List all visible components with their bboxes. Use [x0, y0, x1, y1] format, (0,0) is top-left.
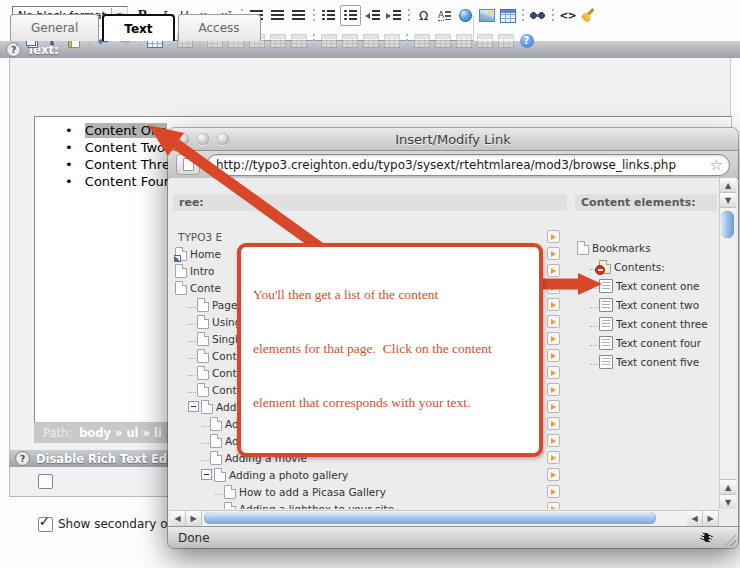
page-tree-item[interactable]: How to add a Picasa Gallery	[173, 483, 567, 500]
show-secondary-options-checkbox[interactable]: ✓	[38, 517, 53, 532]
cell-insert-after-button[interactable]	[454, 31, 473, 50]
column-delete-button[interactable]	[361, 31, 380, 50]
content-element-label[interactable]: Text conent two	[616, 299, 699, 311]
find-replace-button[interactable]	[528, 6, 547, 25]
collapse-icon[interactable]	[201, 469, 212, 480]
insert-link-button[interactable]	[456, 6, 475, 25]
cell-merge-button[interactable]	[496, 31, 515, 50]
tab-access[interactable]: Access	[178, 14, 261, 41]
path-value[interactable]: body » ul » li	[79, 426, 162, 440]
content-element-label[interactable]: Text conent one	[616, 280, 700, 292]
indent-button[interactable]	[384, 6, 403, 25]
content-element-label[interactable]: Text conent five	[616, 356, 699, 368]
column-split-button[interactable]	[319, 31, 338, 50]
content-element-item[interactable]: Text conent five	[575, 352, 717, 371]
jump-arrow-icon[interactable]	[547, 502, 560, 509]
abbreviation-button[interactable]	[435, 6, 454, 25]
jump-arrow-icon[interactable]	[547, 230, 560, 243]
page-tree-item[interactable]: Adding a photo gallery	[173, 466, 567, 483]
content-element-item[interactable]: Text conent three	[575, 314, 717, 333]
content-element-item[interactable]: Bookmarks	[575, 238, 717, 257]
jump-arrow-icon[interactable]	[547, 434, 560, 447]
zoom-button[interactable]	[217, 133, 229, 145]
jump-arrow-icon[interactable]	[547, 349, 560, 362]
clean-formatting-button[interactable]	[579, 6, 598, 25]
jump-arrow-icon[interactable]	[547, 366, 560, 379]
jump-arrow-icon[interactable]	[547, 417, 560, 430]
tree-item-label[interactable]: TYPO3 E	[178, 231, 222, 243]
resize-grip[interactable]	[723, 533, 736, 546]
scroll-up-icon[interactable]: ▲	[720, 178, 736, 193]
window-title-bar[interactable]: Insert/Modify Link	[168, 128, 738, 151]
column-insert-button[interactable]	[340, 31, 359, 50]
tree-item-label[interactable]: How to add a Picasa Gallery	[239, 486, 386, 498]
scroll-left-icon[interactable]: ◀	[170, 511, 186, 526]
jump-arrow-icon[interactable]	[547, 332, 560, 345]
scroll-right-icon[interactable]: ▶	[703, 511, 719, 526]
jump-arrow-icon[interactable]	[547, 281, 560, 294]
content-element-label[interactable]: Bookmarks	[592, 242, 651, 254]
cell-split-button[interactable]	[412, 31, 431, 50]
jump-arrow-icon[interactable]	[547, 400, 560, 413]
editor-item-text[interactable]: Content Four	[85, 174, 169, 189]
unordered-list-button[interactable]	[340, 5, 361, 26]
close-button[interactable]	[177, 133, 189, 145]
jump-arrow-icon[interactable]	[547, 468, 560, 481]
bookmark-star-icon[interactable]: ☆	[708, 156, 725, 174]
horizontal-scrollbar[interactable]: ◀ ▶ ◀ ▶	[170, 510, 719, 526]
jump-arrow-icon[interactable]	[547, 264, 560, 277]
jump-arrow-icon[interactable]	[547, 315, 560, 328]
ordered-list-button[interactable]	[319, 6, 338, 25]
editor-item-text[interactable]: Content Two	[85, 140, 165, 155]
jump-arrow-icon[interactable]	[547, 247, 560, 260]
tree-item-label[interactable]: Adding a photo gallery	[229, 469, 348, 481]
scroll-right-icon[interactable]: ▶	[186, 511, 202, 526]
favicon-button[interactable]	[176, 154, 200, 175]
row-delete-button[interactable]	[268, 31, 287, 50]
content-element-item[interactable]: Text conent two	[575, 295, 717, 314]
editor-item-text[interactable]: Content Three	[85, 157, 178, 172]
justify-center-button[interactable]	[268, 6, 287, 25]
tab-general[interactable]: General	[10, 14, 99, 41]
content-element-label[interactable]: Text conent four	[616, 337, 701, 349]
cell-delete-button[interactable]	[475, 31, 494, 50]
jump-arrow-icon[interactable]	[547, 383, 560, 396]
vertical-scrollbar[interactable]: ▲ ▼ ▲ ▼	[719, 178, 736, 509]
tree-item-label[interactable]: Intro	[190, 265, 214, 277]
horizontal-scroll-track[interactable]	[202, 511, 687, 526]
content-element-item[interactable]: Text conent four	[575, 333, 717, 352]
cell-insert-before-button[interactable]	[433, 31, 452, 50]
url-field[interactable]: http://typo3.creighton.edu/typo3/sysext/…	[206, 154, 730, 176]
collapse-icon[interactable]	[188, 401, 199, 412]
page-tree-item[interactable]: Adding a lightbox to your site	[173, 500, 567, 509]
tree-item-label[interactable]: Adding a lightbox to your site	[239, 503, 394, 510]
view-source-button[interactable]: <>	[558, 6, 577, 25]
insert-image-button[interactable]	[477, 6, 496, 25]
scroll-up-icon[interactable]: ▲	[720, 479, 736, 494]
content-element-label[interactable]: Contents:	[614, 261, 665, 273]
tab-text[interactable]: Text	[102, 14, 174, 41]
scroll-down-icon[interactable]: ▼	[720, 494, 736, 509]
disable-rte-checkbox[interactable]	[38, 474, 53, 489]
content-element-item[interactable]: Contents:	[575, 257, 717, 276]
column-properties-button[interactable]	[382, 31, 401, 50]
jump-arrow-icon[interactable]	[547, 485, 560, 498]
url-text[interactable]: http://typo3.creighton.edu/typo3/sysext/…	[216, 158, 708, 172]
content-element-item[interactable]: Text conent one	[575, 276, 717, 295]
content-element-label[interactable]: Text conent three	[616, 318, 708, 330]
vertical-scroll-thumb[interactable]	[721, 211, 734, 238]
minimize-button[interactable]	[197, 133, 209, 145]
table-properties-button[interactable]	[289, 31, 308, 50]
jump-arrow-icon[interactable]	[547, 451, 560, 464]
editor-item-text[interactable]: Content One	[85, 123, 167, 138]
help-button[interactable]	[517, 31, 536, 50]
scroll-left-icon[interactable]: ◀	[687, 511, 703, 526]
tree-item-label[interactable]: Conte	[190, 282, 221, 294]
horizontal-scroll-thumb[interactable]	[204, 512, 656, 524]
help-icon[interactable]: ?	[15, 451, 30, 466]
scroll-down-icon[interactable]: ▼	[720, 193, 736, 208]
justify-right-button[interactable]	[289, 6, 308, 25]
insert-table-button[interactable]	[498, 6, 517, 25]
outdent-button[interactable]	[363, 6, 382, 25]
special-character-button[interactable]: Ω	[414, 6, 433, 25]
